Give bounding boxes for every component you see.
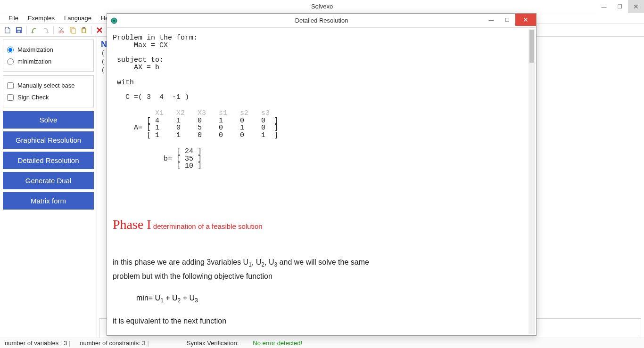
menu-language[interactable]: Language: [59, 14, 96, 23]
cons-label: number of constraints:: [80, 340, 140, 347]
main-titlebar: Solvexo — ❐ ✕: [0, 0, 644, 13]
new-icon[interactable]: [3, 25, 12, 35]
undo-icon[interactable]: [30, 25, 39, 35]
manual-base-checkbox[interactable]: Manually select base: [7, 80, 90, 91]
dialog-app-icon: [110, 16, 118, 25]
phase-text-1c: , U: [264, 258, 274, 266]
sign-check-input[interactable]: [7, 94, 14, 101]
paste-icon[interactable]: [79, 25, 89, 35]
phase-heading: Phase I determination of a feasible solu…: [113, 217, 528, 232]
dialog-title: Detailed Resolution: [295, 17, 348, 24]
obj-plus-2: + U: [181, 294, 195, 302]
cut-icon[interactable]: [57, 25, 66, 35]
sub-2: 2: [261, 261, 264, 268]
optimization-type-panel: Maximization minimization: [3, 40, 94, 72]
delete-icon[interactable]: [95, 25, 104, 35]
phase-title-big: Phase I: [113, 217, 151, 232]
app-title: Solvexo: [311, 3, 333, 10]
solve-button[interactable]: Solve: [3, 111, 94, 129]
dialog-window-controls: — ☐ ✕: [483, 14, 536, 27]
phase-text-1b: , U: [252, 258, 261, 266]
svg-rect-15: [83, 27, 85, 28]
dialog-scrollbar[interactable]: [528, 29, 535, 334]
matrix-a-block: [ 4 1 0 1 0 0 ] A= [ 1 0 5 0 1 0 ] [ 1 1…: [113, 117, 528, 139]
svg-rect-12: [72, 29, 75, 33]
dialog-maximize-button[interactable]: ☐: [499, 14, 515, 26]
minimization-radio[interactable]: minimization: [7, 56, 90, 67]
menu-exemples[interactable]: Exemples: [23, 14, 59, 23]
objective-function: min= U1 + U2 + U3: [136, 294, 528, 304]
maximization-label: Maximization: [17, 46, 53, 53]
toolbar-separator: [53, 26, 54, 34]
sign-check-checkbox[interactable]: Sign Check: [7, 91, 90, 103]
matrix-form-button[interactable]: Matrix form: [3, 192, 94, 210]
vars-value: 3: [64, 340, 67, 347]
status-constraints: number of constraints: 3 |: [80, 340, 149, 347]
save-icon[interactable]: [14, 25, 24, 35]
minimization-radio-input[interactable]: [7, 58, 14, 65]
maximization-radio-input[interactable]: [7, 47, 14, 53]
problem-form-block: Problem in the form: Max = CX subject to…: [113, 34, 528, 101]
options-panel: Manually select base Sign Check: [3, 75, 94, 107]
window-controls: — ❐ ✕: [596, 0, 644, 13]
sidebar: Maximization minimization Manually selec…: [0, 37, 97, 338]
dialog-titlebar[interactable]: Detailed Resolution — ☐ ✕: [107, 14, 536, 28]
detailed-resolution-button[interactable]: Detailed Resolution: [3, 152, 94, 169]
redo-icon[interactable]: [41, 25, 50, 35]
cons-value: 3: [142, 340, 146, 347]
svg-rect-14: [83, 29, 85, 32]
truncated-text: it is equivalent to the next function: [113, 317, 528, 325]
sub-1: 1: [248, 261, 252, 268]
svg-point-20: [113, 20, 115, 22]
maximization-radio[interactable]: Maximization: [7, 44, 90, 56]
toolbar-separator: [26, 26, 27, 34]
syntax-status: No error detected!: [253, 340, 302, 347]
svg-rect-3: [17, 28, 21, 30]
vars-label: number of variables :: [5, 340, 62, 347]
phase-text-2: problem but with the following objective…: [113, 272, 272, 280]
phase-text-1d: and we will solve the same: [277, 258, 369, 266]
maximize-button[interactable]: ❐: [612, 0, 628, 13]
manual-base-label: Manually select base: [17, 82, 74, 89]
dialog-body: Problem in the form: Max = CX subject to…: [107, 28, 536, 335]
dialog-close-button[interactable]: ✕: [515, 14, 536, 26]
toolbar-separator: [91, 26, 92, 34]
status-separator: |: [69, 340, 70, 347]
minimize-button[interactable]: —: [596, 0, 612, 13]
phase-text-1a: in this phase we are adding 3variables U: [113, 258, 248, 266]
graphical-resolution-button[interactable]: Graphical Resolution: [3, 131, 94, 149]
close-button[interactable]: ✕: [628, 0, 644, 13]
phase-title-small: determination of a feasible solution: [153, 222, 263, 230]
behind-constraints: (((: [101, 49, 105, 74]
menu-file[interactable]: File: [4, 14, 23, 23]
sign-check-label: Sign Check: [17, 94, 49, 101]
scrollbar-thumb[interactable]: [529, 30, 534, 63]
phase-description: in this phase we are adding 3variables U…: [113, 256, 528, 283]
obj-sub-1: 1: [160, 297, 164, 304]
syntax-label: Syntax Verification:: [187, 340, 239, 347]
action-buttons: Solve Graphical Resolution Detailed Reso…: [3, 111, 94, 212]
detailed-resolution-dialog: Detailed Resolution — ☐ ✕ Problem in the…: [107, 13, 537, 336]
svg-marker-6: [46, 32, 49, 33]
matrix-column-headers: X1 X2 X3 s1 s2 s3: [113, 110, 528, 117]
obj-sub-3: 3: [195, 297, 198, 304]
minimization-label: minimization: [17, 58, 51, 65]
generate-dual-button[interactable]: Generate Dual: [3, 172, 94, 189]
status-separator: |: [147, 340, 149, 347]
dialog-minimize-button[interactable]: —: [483, 14, 499, 26]
status-vars: number of variables : 3 |: [5, 340, 70, 347]
matrix-b-block: [ 24 ] b= [ 35 ] [ 10 ]: [113, 148, 528, 170]
obj-plus-1: + U: [164, 294, 178, 302]
manual-base-input[interactable]: [7, 82, 14, 89]
copy-icon[interactable]: [68, 25, 77, 35]
svg-rect-4: [17, 31, 20, 32]
statusbar: number of variables : 3 | number of cons…: [0, 338, 644, 348]
obj-prefix: min= U: [136, 294, 160, 302]
svg-marker-5: [31, 32, 34, 33]
